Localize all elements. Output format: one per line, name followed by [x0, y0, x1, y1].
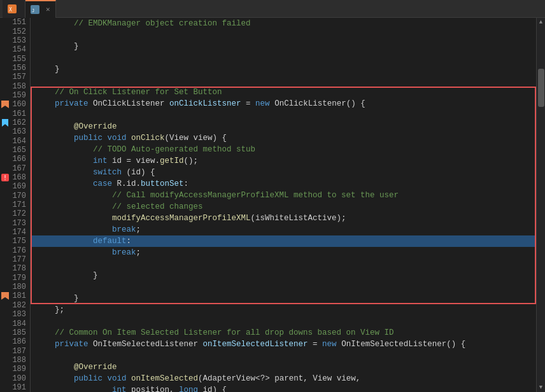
code-line	[31, 316, 536, 327]
code-line: switch (id) {	[31, 167, 536, 178]
editor-window: X J ✕ 1511521531541551561571581591601611…	[0, 0, 545, 392]
gutter-row: 157	[0, 73, 30, 81]
gutter-row: 153	[0, 36, 30, 45]
code-line	[31, 109, 536, 121]
code-line: }	[31, 270, 536, 281]
gutter-row: !168	[0, 173, 30, 182]
line-number: 171	[10, 200, 30, 209]
code-line: }	[31, 64, 536, 75]
gutter-row: 173	[0, 219, 30, 228]
tab-bar: X J ✕	[0, 0, 545, 18]
line-number: 175	[10, 237, 30, 246]
line-number: 177	[10, 255, 30, 264]
scroll-up-arrow[interactable]: ▲	[539, 18, 542, 27]
scroll-thumb[interactable]	[538, 69, 544, 107]
line-number: 173	[10, 219, 30, 228]
java-icon: J	[31, 5, 39, 14]
gutter-row: 151	[0, 18, 30, 27]
code-line	[31, 281, 536, 293]
line-number: 174	[10, 228, 30, 237]
gutter-row: 166	[0, 155, 30, 164]
line-number: 158	[10, 82, 30, 91]
code-line: default:	[31, 235, 536, 247]
tab-arrays[interactable]: X	[3, 0, 25, 18]
code-line: // Common On Item Selected Listener for …	[31, 327, 536, 339]
code-line	[31, 52, 536, 64]
gutter-row: 178	[0, 264, 30, 273]
gutter-icon	[0, 292, 10, 300]
line-number: 151	[10, 18, 30, 27]
line-number: 164	[10, 137, 30, 146]
gutter-row: 179	[0, 274, 30, 283]
code-line: // Call modifyAccessManagerProfileXML me…	[31, 190, 536, 201]
code-line: // On Click Listener for Set Button	[31, 87, 536, 98]
gutter-row: 172	[0, 209, 30, 218]
svg-marker-8	[1, 292, 9, 300]
scrollbar-vertical[interactable]: ▲ ▼	[536, 18, 545, 392]
gutter-row: 156	[0, 64, 30, 73]
line-number: 152	[10, 27, 30, 36]
code-line: private OnClickListener onClickListsner …	[31, 98, 536, 109]
svg-marker-5	[2, 119, 8, 127]
line-number: 189	[10, 365, 30, 374]
code-line	[31, 350, 536, 361]
editor-body: 1511521531541551561571581591601611621631…	[0, 18, 545, 392]
line-number: 187	[10, 347, 30, 356]
code-line: public void onClick(View view) {	[31, 132, 536, 144]
code-line: // selected changes	[31, 201, 536, 213]
tab-main[interactable]: J ✕	[25, 0, 56, 18]
code-line: // EMDKManager object creation failed	[31, 18, 536, 29]
gutter-row: 181	[0, 291, 30, 300]
line-number: 153	[10, 36, 30, 45]
scroll-down-arrow[interactable]: ▼	[539, 383, 542, 392]
line-number: 168	[10, 173, 30, 182]
code-line: }	[31, 41, 536, 52]
gutter-row: 171	[0, 200, 30, 209]
line-number: 186	[10, 337, 30, 346]
line-number: 169	[10, 182, 30, 191]
code-line: private OnItemSelectedListener onItemSel…	[31, 339, 536, 350]
tab-close-button[interactable]: ✕	[46, 5, 50, 13]
line-number: 176	[10, 246, 30, 255]
code-line: break;	[31, 224, 536, 235]
line-number: 162	[10, 118, 30, 127]
line-number: 191	[10, 383, 30, 392]
line-number: 185	[10, 328, 30, 337]
svg-marker-4	[1, 101, 9, 108]
gutter-row: 174	[0, 228, 30, 237]
code-line: };	[31, 304, 536, 316]
line-number: 170	[10, 192, 30, 200]
gutter-row: 191	[0, 383, 30, 392]
line-number: 178	[10, 264, 30, 273]
code-area[interactable]: // EMDKManager object creation failed } …	[31, 18, 536, 392]
line-number: 179	[10, 274, 30, 283]
svg-text:J: J	[32, 8, 34, 13]
gutter-row: 188	[0, 356, 30, 365]
gutter-row: 158	[0, 81, 30, 90]
code-line: case R.id.buttonSet:	[31, 178, 536, 190]
gutter-row: 152	[0, 27, 30, 36]
line-number: 166	[10, 155, 30, 164]
gutter-row: 190	[0, 374, 30, 382]
gutter-row: 184	[0, 319, 30, 328]
gutter-row: 170	[0, 192, 30, 200]
gutter-icon	[0, 101, 10, 108]
line-number: 180	[10, 283, 30, 291]
gutter-row: 169	[0, 182, 30, 191]
gutter-row: 189	[0, 365, 30, 374]
code-line: @Override	[31, 121, 536, 132]
gutter-row: 162	[0, 118, 30, 127]
code-line: int position, long id) {	[31, 384, 536, 392]
line-number: 154	[10, 45, 30, 54]
line-number: 159	[10, 91, 30, 100]
line-number: 161	[10, 109, 30, 118]
gutter-row: 180	[0, 283, 30, 291]
gutter-row: 160	[0, 100, 30, 109]
svg-text:X: X	[9, 7, 12, 13]
gutter-row: 161	[0, 109, 30, 118]
code-line: }	[31, 293, 536, 304]
gutter-row: 183	[0, 310, 30, 319]
line-number: 167	[10, 164, 30, 173]
gutter-row: 164	[0, 136, 30, 145]
xml-icon: X	[8, 4, 17, 13]
